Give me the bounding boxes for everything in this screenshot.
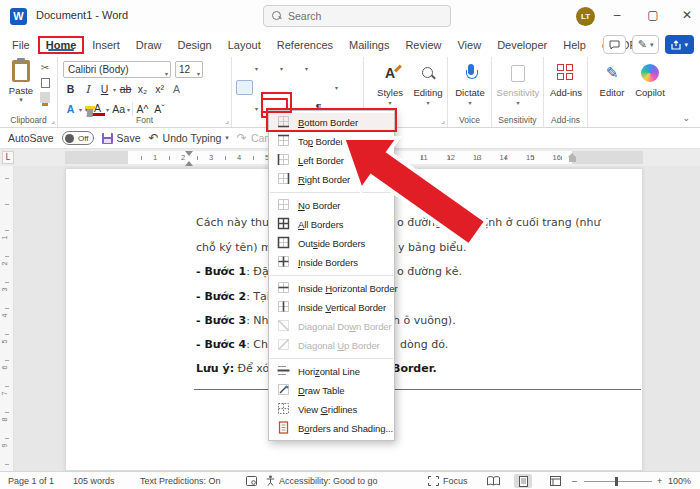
align-left-button[interactable] xyxy=(236,80,253,95)
indent-marker-right[interactable] xyxy=(568,157,577,165)
phonetic-guide-button[interactable]: A xyxy=(169,81,184,97)
addins-group: Add-ins Add-ins xyxy=(544,57,588,127)
tab-file[interactable]: File xyxy=(4,36,38,54)
align-right-button[interactable] xyxy=(276,80,293,95)
autosave-toggle[interactable]: Off xyxy=(62,131,94,145)
menu-item-borders-and-shading[interactable]: Borders and Shading... xyxy=(269,419,394,438)
accessibility-icon[interactable] xyxy=(266,475,275,486)
decrease-indent-button[interactable] xyxy=(311,61,328,76)
paste-clipboard-icon xyxy=(12,60,30,82)
menu-item-inside-horizontal-border[interactable]: Inside Horizontal Border xyxy=(269,279,394,298)
zoom-out-button[interactable]: – xyxy=(572,476,577,486)
word-count[interactable]: 105 words xyxy=(73,476,115,486)
menu-item-inside-borders[interactable]: Inside Borders xyxy=(269,253,394,272)
save-button[interactable]: Save xyxy=(102,132,141,144)
italic-button[interactable]: I xyxy=(80,81,95,97)
menu-item-view-gridlines[interactable]: View Gridlines xyxy=(269,400,394,419)
zoom-slider-track[interactable] xyxy=(584,481,652,482)
search-input[interactable]: Search xyxy=(263,5,451,27)
font-dialog-launcher[interactable]: ⌟ xyxy=(225,116,229,125)
tab-draw[interactable]: Draw xyxy=(128,36,170,54)
tab-help[interactable]: Help xyxy=(555,36,594,54)
zoom-slider-thumb[interactable] xyxy=(615,477,618,486)
menu-item-left-border[interactable]: Left Border xyxy=(269,151,394,170)
subscript-button[interactable]: x₂ xyxy=(135,81,150,97)
format-painter-button[interactable] xyxy=(38,92,52,103)
addins-button[interactable]: Add-ins xyxy=(544,61,588,98)
menu-item-label: Inside Vertical Border xyxy=(298,302,386,313)
numbering-button[interactable] xyxy=(261,61,278,76)
undo-button[interactable]: ↶Undo Typing▾ xyxy=(148,131,228,145)
underline-button[interactable]: U xyxy=(97,81,112,97)
font-name-select[interactable]: Calibri (Body)▾ xyxy=(63,61,171,78)
tab-stop-selector[interactable]: L xyxy=(2,151,14,164)
comments-button[interactable] xyxy=(603,35,626,54)
bold-button[interactable]: B xyxy=(63,81,78,97)
indent-marker-left[interactable] xyxy=(185,151,194,166)
zoom-in-button[interactable]: + xyxy=(657,476,662,486)
multilevel-list-button[interactable] xyxy=(286,61,303,76)
align-center-button[interactable] xyxy=(256,80,273,95)
tab-references[interactable]: References xyxy=(269,36,341,54)
menu-item-horizontal-line[interactable]: Horizontal Line xyxy=(269,362,394,381)
tab-review[interactable]: Review xyxy=(397,36,449,54)
text-predictions-icon[interactable] xyxy=(246,476,257,486)
tab-insert[interactable]: Insert xyxy=(84,36,128,54)
read-mode-button[interactable] xyxy=(484,474,502,488)
close-button[interactable]: ✕ xyxy=(672,0,700,30)
menu-item-no-border[interactable]: No Border xyxy=(269,196,394,215)
print-layout-button[interactable] xyxy=(514,474,532,488)
collapse-ribbon-chevron[interactable]: ⌄ xyxy=(682,113,690,123)
minimize-button[interactable]: – xyxy=(602,0,632,30)
superscript-button[interactable]: x² xyxy=(152,81,167,97)
editing-button[interactable]: Editing▾ xyxy=(406,61,450,106)
avatar[interactable]: LT xyxy=(576,7,595,26)
increase-indent-button[interactable] xyxy=(331,61,348,76)
editing-mode-button[interactable]: ✎▾ xyxy=(632,35,660,54)
styles-dialog-launcher[interactable]: ⌟ xyxy=(441,116,445,125)
menu-item-bottom-border[interactable]: Bottom Border xyxy=(269,113,394,132)
vertical-ruler[interactable]: 123456789 xyxy=(0,166,14,471)
cut-button[interactable]: ✂ xyxy=(38,61,52,74)
menu-item-all-borders[interactable]: All Borders xyxy=(269,215,394,234)
menu-item-top-border[interactable]: Top Border xyxy=(269,132,394,151)
clipboard-dialog-launcher[interactable]: ⌟ xyxy=(51,116,55,125)
vertical-ruler-number: 7 xyxy=(1,392,8,396)
text-predictions[interactable]: Text Predictions: On xyxy=(140,476,221,486)
share-icon xyxy=(671,40,681,50)
menu-item-inside-vertical-border[interactable]: Inside Vertical Border xyxy=(269,298,394,317)
zoom-level[interactable]: 100% xyxy=(668,476,691,486)
maximize-button[interactable]: ▢ xyxy=(638,0,668,30)
shading-button[interactable] xyxy=(236,101,253,116)
tab-design[interactable]: Design xyxy=(169,36,219,54)
tab-mailings[interactable]: Mailings xyxy=(341,36,397,54)
bullets-button[interactable] xyxy=(236,61,253,76)
iv-border-icon xyxy=(277,299,290,317)
tab-layout[interactable]: Layout xyxy=(220,36,269,54)
search-icon xyxy=(272,11,282,21)
menu-item-right-border[interactable]: Right Border xyxy=(269,170,394,189)
strikethrough-button[interactable]: ab xyxy=(118,81,133,97)
menu-item-outside-borders[interactable]: Outside Borders xyxy=(269,234,394,253)
menu-item-label: Inside Horizontal Border xyxy=(298,283,398,294)
font-size-select[interactable]: 12▾ xyxy=(175,61,203,78)
copy-button[interactable] xyxy=(38,77,52,89)
ribbon-tab-row: FileHomeInsertDrawDesignLayoutReferences… xyxy=(0,32,700,57)
menu-item-draw-table[interactable]: Draw Table xyxy=(269,381,394,400)
justify-button[interactable] xyxy=(296,80,313,95)
save-icon xyxy=(102,133,113,144)
dictate-button[interactable]: Dictate▾ xyxy=(448,61,492,106)
tab-developer[interactable]: Developer xyxy=(489,36,555,54)
web-layout-button[interactable] xyxy=(546,474,564,488)
vertical-ruler-number: 2 xyxy=(1,262,8,266)
paste-button[interactable]: Paste ▾ xyxy=(6,60,36,122)
share-button[interactable]: ▾ xyxy=(665,35,694,54)
line-spacing-button[interactable] xyxy=(316,80,333,95)
copilot-button[interactable]: Copilot xyxy=(628,61,672,98)
accessibility-status[interactable]: Accessibility: Good to go xyxy=(279,476,378,486)
voice-group: Dictate▾ Voice xyxy=(448,57,492,127)
tab-home[interactable]: Home xyxy=(38,36,85,54)
focus-button[interactable]: Focus xyxy=(443,476,468,486)
tab-view[interactable]: View xyxy=(449,36,489,54)
page-indicator[interactable]: Page 1 of 1 xyxy=(8,476,54,486)
